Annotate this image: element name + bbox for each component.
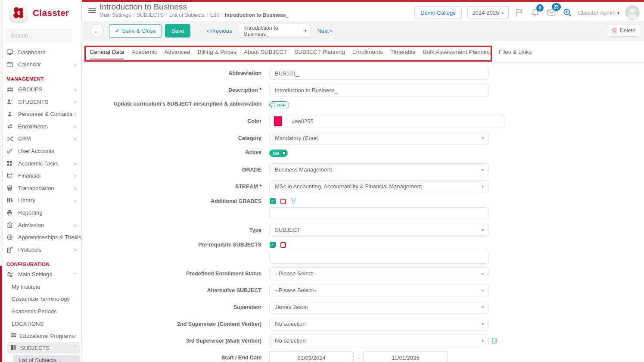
tab-general-data[interactable]: General Data [90, 49, 124, 59]
tab-billing-prices[interactable]: Billing & Prices [198, 49, 236, 59]
menu-toggle-icon[interactable] [88, 6, 96, 14]
person-icon [6, 111, 14, 118]
delete-button[interactable]: Delete [607, 25, 640, 37]
tab-enrollments[interactable]: Enrollments [352, 49, 383, 59]
check-icon: ✔ [115, 28, 119, 34]
notifications-badge: 0 [536, 4, 544, 12]
supervisor-select[interactable]: James Jason [269, 301, 488, 314]
chevron-left-icon: ‹ [75, 99, 76, 105]
sidebar-item-customize-terminology[interactable]: Customize Terminology [0, 293, 81, 306]
sidebar-item-personnel-contacts[interactable]: Personnel & Contacts ‹ [0, 108, 81, 120]
deselect-all-icon[interactable] [280, 199, 286, 204]
breadcrumb-item-current: Introduction to Business_ [225, 12, 289, 18]
zoom-search-icon[interactable] [562, 7, 572, 18]
sidebar-item-admission[interactable]: Admission ‹ [0, 219, 81, 231]
color-swatch [274, 116, 282, 126]
sidebar-item-transportation[interactable]: Transportation ‹ [0, 182, 81, 194]
filter-funnel-icon[interactable] [291, 198, 296, 204]
sidebar-item-library[interactable]: Library ‹ [0, 194, 81, 207]
sidebar-item-apprenticeships-thesis[interactable]: Apprenticeships & Thesis ‹ [0, 231, 81, 243]
field-label: Category [82, 132, 269, 145]
abbreviation-input[interactable] [269, 67, 488, 80]
prerequisite-subjects-input[interactable] [269, 251, 488, 264]
sidebar-item-financial[interactable]: Financial ‹ [0, 169, 81, 182]
sidebar-item-protocols[interactable]: Protocols ‹ [0, 243, 81, 256]
sidebar-item-subjects[interactable]: SUBJECTS ˇ [7, 342, 80, 354]
classter-logo-icon [9, 4, 28, 22]
next-record-link[interactable]: Next › [317, 28, 332, 34]
sidebar-item-enrollments[interactable]: Enrollments ‹ [0, 120, 81, 133]
field-label: Update curriculum's SUBJECT description … [82, 100, 269, 109]
end-date-input[interactable] [363, 351, 448, 362]
type-select[interactable]: SUBJECT [269, 224, 488, 237]
avatar[interactable] [625, 5, 640, 20]
alternative-subject-select[interactable]: --Please Select-- [269, 284, 488, 297]
caret-down-icon: ▾ [617, 11, 619, 16]
category-select[interactable]: Mandatory (Core) [269, 132, 488, 145]
third-supervisor-select[interactable]: No selection [269, 334, 488, 347]
messages-envelope-icon[interactable]: 25 [546, 7, 557, 18]
sliders-icon [6, 271, 14, 278]
academic-year-selector[interactable]: 2024-2025▾ [467, 6, 508, 19]
key-icon [6, 147, 14, 154]
sidebar-item-educational-programs[interactable]: Educational Programs ‹ [0, 330, 81, 342]
sidebar-item-academic-periods[interactable]: Academic Periods [0, 305, 81, 318]
tab-advanced[interactable]: Advanced [165, 49, 190, 59]
back-button[interactable]: ← [90, 24, 104, 37]
breadcrumb-item[interactable]: List of Subjects [169, 12, 208, 18]
grade-select[interactable]: Business Management [269, 163, 488, 176]
sidebar-item-user-accounts[interactable]: User Accounts [0, 145, 81, 157]
edit-note-icon[interactable] [492, 337, 498, 344]
color-input[interactable] [286, 115, 504, 128]
breadcrumb-item[interactable]: SUBJECTS [137, 12, 167, 18]
flag-icon[interactable] [514, 7, 525, 18]
active-toggle[interactable]: ON [269, 150, 288, 157]
description-input[interactable] [269, 84, 488, 97]
dashboard-icon [6, 49, 14, 56]
breadcrumb-item[interactable]: Main Settings [100, 12, 134, 18]
predefined-enrollment-status-select[interactable]: --Please Select-- [269, 267, 488, 280]
update-curriculum-toggle[interactable]: OFF [269, 101, 289, 108]
start-date-input[interactable] [269, 351, 354, 362]
sidebar-item-groups[interactable]: GROUPS ‹ [0, 83, 81, 96]
tab-files-links[interactable]: Files & Links [499, 49, 532, 59]
additional-grades-input[interactable] [269, 207, 488, 220]
sidebar-item-reporting[interactable]: Reporting [0, 206, 81, 219]
tab-bulk-assessment-planning[interactable]: Bulk Assessment Planning [423, 49, 492, 59]
save-and-close-button[interactable]: ✔Save & Close [109, 24, 162, 37]
sidebar-item-locations[interactable]: LOCATIONS [0, 318, 81, 330]
breadcrumb: Main Settings SUBJECTS List of Subjects … [100, 12, 289, 18]
sphere-icon [6, 234, 14, 241]
protocol-building-icon [6, 246, 14, 253]
deselect-all-icon[interactable] [280, 242, 286, 248]
select-all-icon[interactable]: ✓ [270, 242, 276, 248]
sidebar-item-list-of-subjects[interactable]: List of Subjects [13, 355, 80, 362]
sidebar-item-academic-tasks[interactable]: Academic Tasks ‹ [0, 157, 81, 170]
sidebar-item-students[interactable]: STUDENTS ‹ [0, 96, 81, 108]
tab-academic[interactable]: Academic [131, 49, 157, 59]
color-swatch-button[interactable] [269, 115, 286, 128]
brand-logo[interactable]: Classter [0, 0, 81, 25]
search-input[interactable] [6, 29, 72, 42]
tab-about-subject[interactable]: About SUBJECT [244, 49, 287, 59]
select-all-icon[interactable]: ✓ [270, 198, 276, 204]
caret-down-icon: ▾ [502, 11, 504, 16]
chevron-left-icon: ‹ [75, 111, 76, 117]
sidebar-item-dashboard[interactable]: Dashboard [0, 46, 81, 59]
notifications-bell-icon[interactable]: 0 [530, 7, 541, 18]
sidebar-item-crm[interactable]: CRM ‹ [0, 133, 81, 145]
tab-subject-planning[interactable]: SUBJECT Planning [294, 49, 345, 59]
save-button[interactable]: Save [165, 24, 191, 37]
previous-record-link[interactable]: ‹ Previous [207, 28, 232, 34]
second-supervisor-select[interactable]: No selection [269, 318, 488, 331]
sidebar-item-my-institute[interactable]: My Institute [0, 281, 81, 293]
field-label: GRADE [82, 163, 269, 176]
tab-timetable[interactable]: Timetable [390, 49, 416, 59]
sidebar-item-calendar[interactable]: Calendar ‹ [0, 59, 81, 71]
record-selector-dropdown[interactable]: Introduction to Business_ [239, 24, 310, 38]
user-menu[interactable]: Classter Admin▾ [578, 9, 619, 16]
stream-select[interactable]: MSc in Accounting, Accountability & Fina… [269, 180, 488, 193]
breadcrumb-item[interactable]: Edit [210, 12, 223, 18]
institute-button[interactable]: Demo College [414, 6, 462, 19]
sidebar-item-main-settings[interactable]: Main Settings ˇ [0, 268, 81, 281]
